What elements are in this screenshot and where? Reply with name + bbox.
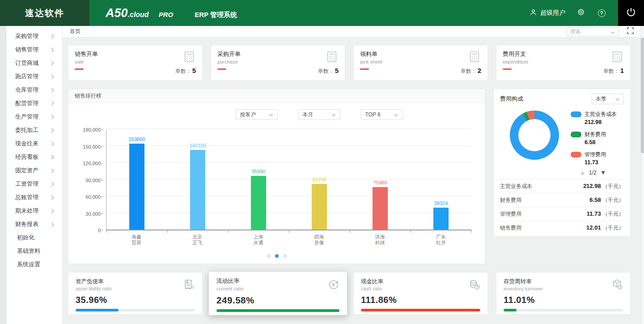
chevron-right-icon	[51, 128, 54, 133]
stat-card-count: 单数：5	[318, 67, 339, 75]
sidebar-rail	[0, 26, 6, 324]
calculator-icon	[610, 50, 624, 65]
fullscreen-button[interactable]	[625, 27, 635, 37]
carousel-dot[interactable]	[283, 254, 287, 258]
search-select[interactable]: 搜索	[566, 27, 619, 36]
expense-label: 主营业务成本	[500, 183, 532, 190]
sidebar-item[interactable]: 财务报表	[15, 217, 62, 231]
expense-list-row: 主营业务成本212.98 （千元）	[500, 179, 624, 193]
stat-card[interactable]: 领料单pick sheet单数：2	[353, 45, 488, 81]
edition-label: PRO	[159, 11, 174, 18]
bar-value-label: 142100	[190, 143, 206, 148]
sidebar-item[interactable]: 总账管理	[15, 191, 62, 204]
y-axis-tick-label: 150,000	[68, 144, 101, 149]
bar[interactable]	[251, 176, 266, 230]
bar[interactable]	[190, 150, 205, 230]
chart-filters: 按客户本月TOP 6	[68, 109, 485, 120]
period-select[interactable]: 本季	[592, 94, 624, 104]
sidebar-item-label: 采购管理	[15, 32, 38, 40]
pager-up-icon[interactable]: ▲	[580, 169, 585, 176]
sidebar-item-label: 基础资料	[17, 247, 40, 255]
chevron-right-icon	[51, 88, 54, 93]
carousel-dot[interactable]	[267, 254, 271, 258]
progress-fill	[504, 309, 517, 311]
ratio-card[interactable]: 资产负债率asset libility ratio35.96%	[68, 272, 203, 315]
logout-button[interactable]	[618, 0, 644, 26]
sidebar-item[interactable]: 订货商城	[15, 56, 62, 70]
stat-card[interactable]: 销售开单sale单数：5	[68, 45, 203, 81]
chevron-right-icon	[51, 141, 54, 146]
expense-label: 销售费用	[500, 224, 521, 232]
settings-button[interactable]	[576, 8, 586, 18]
legend-item: 财务费用6.58	[571, 131, 617, 145]
sidebar: 采购管理销售管理订货商城跑店管理仓库管理配货管理生产管理委托加工现金往来经营看板…	[0, 26, 63, 324]
carousel-dot[interactable]	[275, 254, 279, 258]
sidebar-item[interactable]: 初始化	[15, 231, 62, 244]
sidebar-item[interactable]: 跑店管理	[15, 70, 62, 83]
sidebar-item-label: 订货商城	[15, 59, 38, 67]
stat-card-subtitle: purchase	[217, 59, 339, 64]
accent-dash	[503, 68, 512, 70]
sidebar-item-label: 现金往来	[15, 140, 38, 148]
legend-swatch	[571, 132, 581, 137]
sidebar-item[interactable]: 仓库管理	[15, 83, 62, 97]
ratio-card-title: 流动比率	[216, 277, 339, 286]
brand-area: A50 .cloud PRO ERP 管理系统	[89, 6, 237, 20]
sidebar-item[interactable]: 委托加工	[15, 124, 62, 137]
bar[interactable]	[312, 184, 327, 230]
sidebar-item[interactable]: 工资管理	[15, 177, 62, 191]
bar[interactable]	[373, 187, 388, 230]
vertical-scrollbar[interactable]	[640, 26, 644, 324]
search-placeholder: 搜索	[570, 28, 581, 35]
stat-card-title: 领料单	[360, 50, 481, 58]
ratio-card[interactable]: 存货周转率inventory turnover11.01%	[496, 272, 631, 315]
header-actions: 超级用户 ?	[529, 8, 618, 18]
sidebar-item[interactable]: 采购管理	[15, 30, 62, 43]
pager-down-icon[interactable]: ▼	[600, 169, 606, 176]
sidebar-item[interactable]: 基础资料	[15, 244, 62, 258]
legend-value: 11.73	[585, 159, 617, 166]
chevron-down-icon	[394, 111, 398, 118]
expense-value: 6.58 （千元）	[589, 196, 624, 204]
ratio-card-title: 资产负债率	[76, 278, 195, 286]
chevron-down-icon	[615, 96, 620, 102]
sidebar-item[interactable]: 现金往来	[15, 137, 62, 150]
expense-value: 11.73 （千元）	[587, 210, 624, 218]
scrollbar-thumb[interactable]	[641, 38, 644, 153]
sidebar-item-label: 销售管理	[15, 46, 38, 54]
chevron-right-icon	[51, 182, 54, 187]
chart-filter-select[interactable]: TOP 6	[361, 109, 403, 120]
sidebar-item[interactable]: 系统设置	[15, 258, 62, 271]
legend-swatch	[571, 111, 581, 117]
user-menu[interactable]: 超级用户	[529, 8, 565, 18]
ratio-card-subtitle: current ratio	[216, 286, 339, 291]
progress-fill	[361, 309, 480, 311]
logo-text: 速达软件	[25, 7, 64, 19]
sidebar-item[interactable]: 经营看板	[15, 150, 62, 164]
sidebar-item[interactable]: 固定资产	[15, 164, 62, 177]
stat-card-title: 采购开单	[217, 50, 339, 58]
coins-icon	[468, 278, 481, 293]
sidebar-item[interactable]: 生产管理	[15, 110, 62, 124]
stat-card[interactable]: 费用开支expenditure单数：1	[496, 45, 631, 81]
sidebar-item[interactable]: 配货管理	[15, 97, 62, 110]
sidebar-item[interactable]: 销售管理	[15, 43, 62, 56]
chevron-down-icon	[269, 111, 273, 118]
stat-card[interactable]: 采购开单purchase单数：5	[211, 45, 345, 81]
app-header: 速达软件 A50 .cloud PRO ERP 管理系统 超级用户 ?	[0, 0, 644, 26]
sidebar-item-label: 总账管理	[15, 193, 38, 201]
app-logo[interactable]: 速达软件	[0, 0, 89, 26]
legend-pager: ▲ 1/2 ▼	[500, 169, 624, 177]
ratio-card[interactable]: 流动比率current ratio249.58%¥	[208, 272, 347, 315]
chart-filter-select[interactable]: 本月	[298, 109, 340, 120]
sidebar-item-label: 财务报表	[15, 220, 38, 228]
breadcrumb-home-tab[interactable]: 首页	[70, 28, 80, 35]
bar[interactable]	[433, 208, 449, 230]
sidebar-item[interactable]: 期末处理	[15, 204, 62, 217]
help-button[interactable]: ?	[597, 8, 606, 18]
stat-card-count: 单数：5	[175, 67, 196, 75]
chart-filter-select[interactable]: 按客户	[236, 109, 278, 120]
ratio-card[interactable]: 现金比率cash ratio111.86%	[353, 272, 488, 315]
bar[interactable]	[129, 144, 144, 230]
expense-list-row: 财务费用6.58 （千元）	[500, 193, 624, 207]
